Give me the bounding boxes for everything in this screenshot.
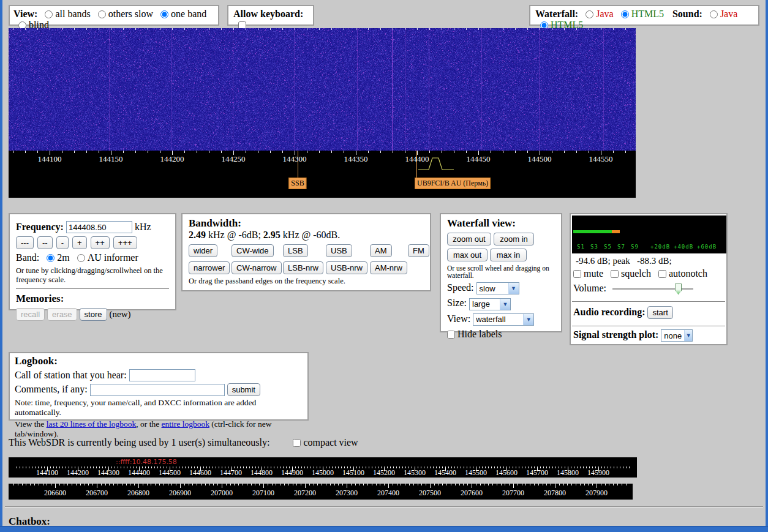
- freq-step-up3-button[interactable]: +++: [113, 236, 137, 249]
- hide-labels-checkbox[interactable]: [447, 331, 455, 339]
- minor-tick: [601, 484, 601, 485]
- minor-tick: [367, 484, 368, 485]
- zoom-out-button[interactable]: zoom out: [447, 233, 491, 245]
- usb-nrw-button[interactable]: USB-nrw: [326, 261, 367, 274]
- waterfall-java-label: Java: [596, 9, 613, 19]
- users-count-text: This WebSDR is currently being used by 1…: [9, 437, 269, 448]
- autonotch-checkbox[interactable]: [658, 270, 666, 278]
- scale-label: 207900: [585, 489, 608, 498]
- submit-button[interactable]: submit: [227, 383, 260, 396]
- minor-tick: [534, 484, 535, 485]
- minor-tick: [617, 466, 617, 468]
- view-mode-select[interactable]: waterfall▼: [473, 313, 534, 326]
- frequency-input[interactable]: [66, 221, 132, 233]
- user-ip-label: ::ffff:10.48.175.58: [116, 458, 177, 466]
- minor-tick: [549, 466, 550, 468]
- minor-tick: [464, 466, 464, 468]
- cw-narrow-button[interactable]: CW-narrow: [232, 261, 282, 274]
- band-scale-au[interactable]: 2066002067002068002069002070002071002072…: [9, 484, 633, 500]
- last-20-lines-link[interactable]: last 20 lines of the logbook: [47, 419, 137, 429]
- minor-tick: [589, 151, 589, 153]
- signal-peak-text: -88.3 dB;: [637, 256, 672, 266]
- lsb-button[interactable]: LSB: [283, 244, 308, 257]
- compact-view-checkbox[interactable]: [293, 439, 301, 447]
- freq-step-up1-button[interactable]: +: [72, 236, 87, 249]
- minor-tick: [505, 484, 505, 485]
- chevron-down-icon: ▼: [523, 314, 533, 325]
- major-tick: [305, 484, 306, 488]
- squelch-checkbox[interactable]: [611, 270, 619, 278]
- minor-tick: [307, 466, 308, 468]
- freq-step-up2-button[interactable]: ++: [91, 236, 110, 249]
- minor-tick: [154, 466, 155, 468]
- volume-slider[interactable]: [612, 283, 693, 294]
- minor-tick: [405, 151, 405, 153]
- minor-tick: [13, 484, 14, 485]
- freq-step-down1-button[interactable]: -: [56, 236, 69, 249]
- mute-checkbox[interactable]: [573, 270, 581, 278]
- comments-input[interactable]: [90, 384, 225, 396]
- minor-tick: [155, 484, 156, 485]
- band-plan-label-ssb[interactable]: SSB: [288, 178, 306, 189]
- fm-button[interactable]: FM: [408, 244, 429, 257]
- zoom-in-button[interactable]: zoom in: [494, 233, 534, 245]
- freq-step-down2-button[interactable]: --: [37, 236, 53, 249]
- view-all-bands-radio[interactable]: [45, 10, 53, 18]
- waterfall-display[interactable]: SSB UB9FCI/B AU (Пермь) 1441001441501442…: [9, 28, 636, 198]
- freq-step-down3-button[interactable]: ---: [16, 236, 34, 249]
- waterfall-spectrum-canvas[interactable]: [9, 28, 636, 151]
- minor-tick: [311, 466, 311, 468]
- minor-tick: [380, 484, 380, 485]
- cw-wide-button[interactable]: CW-wide: [232, 244, 274, 257]
- am-button[interactable]: AM: [370, 244, 392, 257]
- minor-tick: [205, 484, 206, 485]
- max-in-button[interactable]: max in: [490, 249, 527, 261]
- waterfall-java-radio[interactable]: [585, 10, 593, 18]
- minor-tick: [101, 484, 102, 485]
- sound-java-label: Java: [720, 9, 737, 19]
- scale-label: 144200: [67, 468, 89, 478]
- wider-button[interactable]: wider: [189, 244, 217, 257]
- waterfall-html5-radio[interactable]: [621, 10, 629, 18]
- minor-tick: [611, 466, 611, 468]
- band-scale-2m[interactable]: ::ffff:10.48.175.58 14410014420014430014…: [9, 457, 637, 478]
- speed-select[interactable]: slow▼: [476, 282, 519, 294]
- memory-erase-button[interactable]: erase: [47, 308, 77, 321]
- minor-tick: [188, 466, 189, 468]
- minor-tick: [99, 151, 99, 153]
- minor-tick: [272, 484, 273, 485]
- max-out-button[interactable]: max out: [447, 249, 488, 261]
- memory-recall-button[interactable]: recall: [16, 308, 45, 321]
- station-label[interactable]: UB9FCI/B AU (Пермь): [415, 178, 491, 189]
- waterfall-view-label: Waterfall view:: [447, 217, 555, 230]
- signal-plot-select[interactable]: none▼: [661, 329, 693, 342]
- scale-label: 206600: [44, 489, 66, 498]
- view-one-band-radio[interactable]: [160, 10, 168, 18]
- scale-label: 144250: [222, 154, 246, 164]
- minor-tick: [426, 484, 426, 485]
- view-others-slow-radio[interactable]: [98, 10, 106, 18]
- narrower-button[interactable]: narrower: [189, 261, 230, 274]
- frequency-panel: Frequency: kHz --- -- - + ++ +++ Band: 2…: [9, 213, 176, 310]
- recording-start-button[interactable]: start: [647, 306, 672, 319]
- minor-tick: [17, 466, 17, 468]
- scale-label: 144400: [405, 154, 429, 164]
- waterfall-frequency-scale[interactable]: SSB UB9FCI/B AU (Пермь) 1441001441501442…: [9, 151, 636, 198]
- minor-tick: [213, 466, 213, 468]
- minor-tick: [342, 484, 343, 485]
- band-au-informer-radio[interactable]: [77, 254, 85, 262]
- band-2m-radio[interactable]: [47, 254, 55, 262]
- usb-button[interactable]: USB: [326, 244, 352, 257]
- minor-tick: [317, 484, 318, 485]
- minor-tick: [268, 484, 268, 485]
- sound-java-radio[interactable]: [710, 10, 718, 18]
- s-meter-scale-label: +20dB: [650, 244, 670, 250]
- am-nrw-button[interactable]: AM-nrw: [370, 261, 407, 274]
- size-select[interactable]: large▼: [469, 298, 511, 310]
- scale-label: 145800: [557, 468, 579, 478]
- lsb-nrw-button[interactable]: LSB-nrw: [283, 261, 323, 274]
- volume-thumb[interactable]: [675, 283, 682, 294]
- call-input[interactable]: [129, 369, 195, 381]
- memory-store-button[interactable]: store: [80, 308, 107, 321]
- entire-logbook-link[interactable]: entire logbook: [162, 419, 209, 429]
